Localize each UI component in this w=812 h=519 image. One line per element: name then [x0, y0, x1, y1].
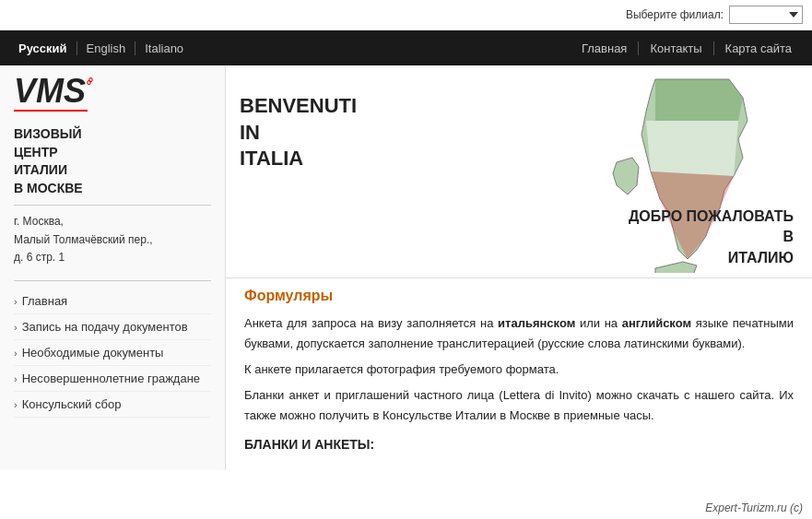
forms-subtitle: БЛАНКИ И АНКЕТЫ: — [244, 437, 794, 452]
lang-italian[interactable]: Italiano — [135, 41, 193, 55]
sidebar-item-fee[interactable]: › Консульский сбор — [14, 392, 211, 418]
main-nav: Главная Контакты Карта сайта — [571, 41, 803, 55]
nav-home[interactable]: Главная — [571, 41, 638, 55]
arrow-icon: › — [14, 296, 18, 307]
content-section: Формуляры Анкета для запроса на визу зап… — [226, 277, 812, 470]
sidebar: VMS° ВИЗОВЫЙЦЕНТРИТАЛИИВ МОСКВЕ г. Москв… — [0, 65, 226, 470]
welcome-it: BENVENUTIINITALIA — [240, 93, 357, 172]
sidebar-item-minors[interactable]: › Несовершеннолетние граждане — [14, 366, 211, 392]
lang-nav: Русский English Italiano — [9, 41, 193, 55]
arrow-icon-2: › — [14, 322, 18, 333]
site-title: ВИЗОВЫЙЦЕНТРИТАЛИИВ МОСКВЕ — [14, 125, 211, 197]
sidebar-item-docs-label: Необходимые документы — [22, 346, 164, 360]
welcome-ru: ДОБРО ПОЖАЛОВАТЬВИТАЛИЮ — [629, 206, 794, 268]
sidebar-menu: › Главная › Запись на подачу документов … — [14, 280, 211, 418]
forms-title: Формуляры — [244, 288, 794, 304]
lang-russian[interactable]: Русский — [9, 41, 77, 55]
arrow-icon-3: › — [14, 348, 18, 359]
nav-sitemap[interactable]: Карта сайта — [713, 41, 803, 55]
content-para-1: Анкета для запроса на визу заполняется н… — [244, 313, 794, 354]
content-para-3: Бланки анкет и приглашений частного лица… — [244, 385, 794, 426]
sidebar-item-minors-label: Несовершеннолетние граждане — [22, 372, 200, 385]
address-line3: д. 6 стр. 1 — [14, 251, 65, 264]
nav-contacts[interactable]: Контакты — [638, 41, 712, 55]
sidebar-item-home-label: Главная — [22, 294, 67, 308]
address-line2: Малый Толмачёвский пер., — [14, 233, 153, 246]
content-para-2: К анкете прилагается фотография требуемо… — [244, 360, 794, 380]
branch-select[interactable] — [729, 6, 803, 24]
branch-label: Выберите филиал: — [626, 8, 724, 21]
sidebar-item-appointment[interactable]: › Запись на подачу документов — [14, 314, 211, 340]
nav-bar: Русский English Italiano Главная Контакт… — [0, 30, 812, 65]
lang-english[interactable]: English — [77, 41, 136, 55]
sidebar-item-docs[interactable]: › Необходимые документы — [14, 340, 211, 366]
top-bar: Выберите филиал: — [0, 0, 812, 30]
footer-watermark: Expert-Turizm.ru (c) — [705, 501, 803, 514]
logo-underline — [14, 110, 88, 112]
hero: BENVENUTIINITALIA — [226, 65, 812, 277]
sidebar-item-home[interactable]: › Главная — [14, 289, 211, 314]
logo-text: VMS° — [14, 75, 91, 108]
address-line1: г. Москва, — [14, 215, 64, 228]
main-content: BENVENUTIINITALIA — [226, 65, 812, 470]
layout: VMS° ВИЗОВЫЙЦЕНТРИТАЛИИВ МОСКВЕ г. Москв… — [0, 65, 812, 470]
sidebar-item-appointment-label: Запись на подачу документов — [22, 320, 188, 334]
arrow-icon-4: › — [14, 373, 18, 384]
address: г. Москва, Малый Толмачёвский пер., д. 6… — [14, 205, 211, 266]
logo: VMS° — [14, 75, 211, 112]
arrow-icon-5: › — [14, 399, 18, 410]
sidebar-item-fee-label: Консульский сбор — [22, 397, 122, 411]
